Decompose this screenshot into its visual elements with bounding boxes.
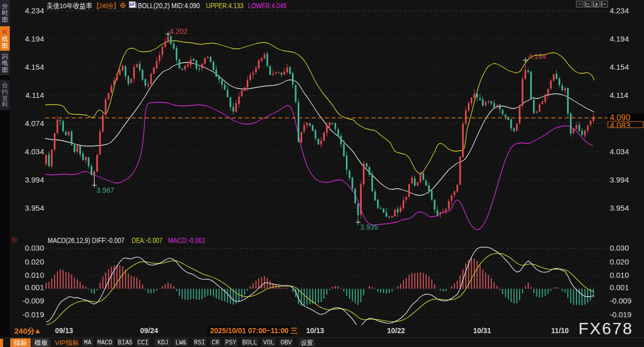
svg-text:0.010: 0.010 (25, 271, 44, 279)
svg-text:4.090: 4.090 (610, 113, 630, 122)
svg-text:0.010: 0.010 (610, 271, 629, 279)
svg-text:BOLL(20,2) MID:4.090: BOLL(20,2) MID:4.090 (138, 2, 200, 10)
svg-text:MACD(26,12,9) DIFF:-0.007: MACD(26,12,9) DIFF:-0.007 (48, 236, 124, 244)
svg-text:4.034: 4.034 (25, 147, 44, 156)
svg-text:【240分】: 【240分】 (94, 2, 119, 10)
svg-text:4.114: 4.114 (610, 91, 628, 99)
svg-text:-0.009: -0.009 (22, 296, 44, 305)
svg-text:4.154: 4.154 (25, 63, 44, 71)
svg-text:0.030: 0.030 (610, 243, 629, 252)
svg-text:0.001: 0.001 (25, 283, 44, 292)
svg-text:11/10: 11/10 (551, 326, 569, 335)
svg-text:0.030: 0.030 (25, 243, 44, 252)
svg-text:UPPER:4.133: UPPER:4.133 (206, 2, 243, 10)
svg-text:LOWER:4.046: LOWER:4.046 (248, 2, 286, 10)
svg-text:MACD:-0.001: MACD:-0.001 (168, 236, 205, 244)
svg-text:-0.019: -0.019 (22, 310, 44, 319)
svg-text:4.034: 4.034 (610, 147, 629, 156)
svg-text:美债10年收益率: 美债10年收益率 (47, 2, 92, 10)
svg-text:09/13: 09/13 (55, 326, 73, 335)
svg-text:4.234: 4.234 (25, 6, 44, 15)
svg-text:DEA:-0.007: DEA:-0.007 (132, 236, 162, 244)
svg-text:4.194: 4.194 (610, 34, 629, 43)
svg-text:4.202: 4.202 (170, 27, 188, 35)
svg-text:0.001: 0.001 (610, 283, 629, 292)
svg-text:4.154: 4.154 (610, 63, 629, 71)
svg-text:10/31: 10/31 (473, 326, 491, 335)
svg-text:09/24: 09/24 (140, 326, 158, 335)
svg-text:3.935: 3.935 (360, 223, 378, 231)
svg-text:4.234: 4.234 (610, 6, 629, 15)
svg-text:10/22: 10/22 (387, 326, 405, 335)
svg-text:3.994: 3.994 (610, 175, 629, 184)
svg-text:0.020: 0.020 (25, 257, 44, 266)
svg-text:4.164: 4.164 (528, 52, 546, 60)
svg-text:3.954: 3.954 (25, 203, 44, 212)
svg-text:FX678: FX678 (578, 319, 633, 338)
svg-text:-0.019: -0.019 (610, 310, 632, 319)
svg-text:3.954: 3.954 (610, 203, 629, 212)
svg-text:10/13: 10/13 (306, 326, 324, 335)
svg-text:4.194: 4.194 (25, 34, 44, 43)
svg-text:0.020: 0.020 (610, 257, 629, 266)
svg-text:4.074: 4.074 (25, 119, 44, 128)
svg-text:-0.009: -0.009 (610, 296, 632, 305)
svg-text:2025/10/01 07:00~11:00 三: 2025/10/01 07:00~11:00 三 (210, 326, 298, 335)
svg-text:3.987: 3.987 (96, 186, 114, 194)
svg-text:3.994: 3.994 (25, 175, 44, 184)
svg-text:240分: 240分 (14, 326, 35, 335)
svg-text:4.114: 4.114 (26, 91, 44, 99)
